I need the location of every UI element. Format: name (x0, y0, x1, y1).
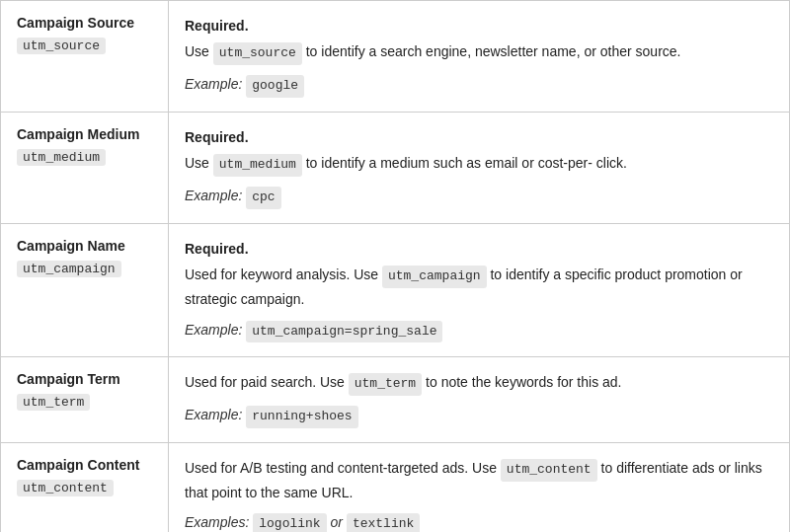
table-row: Campaign Termutm_termUsed for paid searc… (1, 357, 790, 443)
param-code: utm_term (17, 394, 90, 411)
param-right-cell: Used for A/B testing and content-targete… (169, 442, 790, 532)
param-example: Example: cpc (185, 185, 773, 209)
example-code: cpc (246, 187, 280, 209)
param-description: Used for keyword analysis. Use utm_campa… (185, 264, 773, 310)
inline-code: utm_medium (213, 154, 302, 177)
example-code: textlink (347, 513, 420, 532)
param-example: Example: running+shoes (185, 404, 773, 428)
param-title: Campaign Medium (17, 126, 152, 142)
required-label: Required. (185, 126, 773, 148)
param-example: Example: utm_campaign=spring_sale (185, 319, 773, 343)
param-description: Used for A/B testing and content-targete… (185, 457, 773, 503)
inline-code: utm_content (501, 459, 597, 482)
example-code: google (246, 75, 304, 98)
inline-code: utm_campaign (382, 266, 487, 288)
example-code: utm_campaign=spring_sale (246, 321, 442, 343)
inline-code: utm_source (213, 42, 302, 65)
example-code: logolink (253, 513, 326, 532)
table-row: Campaign Nameutm_campaignRequired.Used f… (1, 223, 790, 356)
param-title: Campaign Name (17, 238, 152, 254)
utm-parameters-table: Campaign Sourceutm_sourceRequired.Use ut… (0, 0, 790, 532)
param-code: utm_medium (17, 149, 106, 166)
param-right-cell: Required.Used for keyword analysis. Use … (169, 223, 790, 356)
required-label: Required. (185, 238, 773, 260)
param-left-cell: Campaign Contentutm_content (1, 442, 169, 532)
param-code: utm_campaign (17, 261, 121, 277)
param-code: utm_source (17, 38, 106, 54)
required-label: Required. (185, 15, 773, 37)
param-description: Used for paid search. Use utm_term to no… (185, 371, 773, 396)
example-code: running+shoes (246, 406, 357, 428)
table-row: Campaign Contentutm_contentUsed for A/B … (1, 442, 790, 532)
param-example: Examples: logolink or textlink (185, 511, 773, 532)
param-right-cell: Used for paid search. Use utm_term to no… (169, 357, 790, 443)
param-title: Campaign Term (17, 371, 152, 387)
param-right-cell: Required.Use utm_source to identify a se… (169, 1, 790, 113)
param-code: utm_content (17, 480, 114, 496)
param-right-cell: Required.Use utm_medium to identify a me… (169, 112, 790, 223)
param-description: Use utm_source to identify a search engi… (185, 40, 773, 65)
param-left-cell: Campaign Nameutm_campaign (1, 223, 169, 356)
param-description: Use utm_medium to identify a medium such… (185, 152, 773, 177)
param-example: Example: google (185, 73, 773, 98)
param-left-cell: Campaign Sourceutm_source (1, 1, 169, 113)
param-title: Campaign Source (17, 15, 152, 31)
param-title: Campaign Content (17, 457, 152, 473)
param-left-cell: Campaign Termutm_term (1, 357, 169, 443)
inline-code: utm_term (349, 373, 422, 396)
table-row: Campaign Mediumutm_mediumRequired.Use ut… (1, 112, 790, 223)
param-left-cell: Campaign Mediumutm_medium (1, 112, 169, 223)
table-row: Campaign Sourceutm_sourceRequired.Use ut… (1, 1, 790, 113)
